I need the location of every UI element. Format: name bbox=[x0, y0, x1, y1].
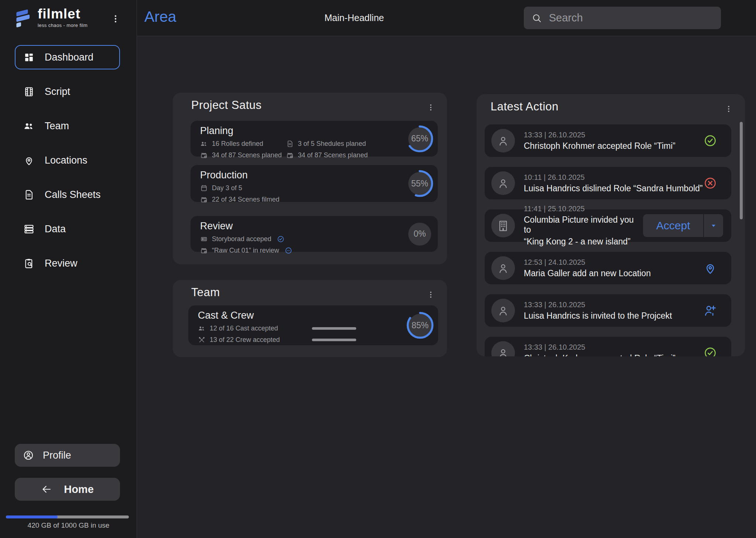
action-text-block: 10:11 | 26.10.2025 Luisa Handrics dislin… bbox=[524, 173, 703, 193]
progress-ring: 65% bbox=[405, 124, 434, 153]
action-row: 12:53 | 24.10.2025 Maria Galler add an n… bbox=[485, 252, 731, 284]
accept-button[interactable]: Accept bbox=[643, 214, 704, 237]
accept-split-button: Accept bbox=[643, 214, 723, 237]
action-text: Columbia Picture invided you to bbox=[524, 215, 643, 235]
person-avatar bbox=[491, 171, 515, 195]
pin-icon bbox=[703, 261, 717, 275]
action-text-block: 13:33 | 26.10.2025 Christoph Krohmer acc… bbox=[524, 343, 676, 357]
status-stat: 3 of 5 Shedules planed bbox=[286, 140, 368, 148]
action-text: Luisa Handrics is invited to the Projcek… bbox=[524, 311, 672, 321]
action-text: Christoph Krohmer accepted Role “Timi” bbox=[524, 353, 676, 357]
latest-action-card: Latest Action 13:33 | 26.10.2025 Christo… bbox=[477, 94, 745, 356]
profile-icon bbox=[23, 450, 34, 461]
team-progress-bar bbox=[312, 339, 356, 341]
profile-button[interactable]: Profile bbox=[15, 444, 120, 467]
page-headline: Main-Headline bbox=[324, 13, 384, 23]
team-kebab-icon[interactable] bbox=[426, 290, 435, 301]
action-row: 13:33 | 26.10.2025 Christoph Krohmer acc… bbox=[485, 124, 731, 157]
hamburger-menu-icon[interactable] bbox=[733, 12, 747, 24]
status-tile-production: Production Day 3 of 5 22 of 34 Scenes fi… bbox=[190, 165, 438, 202]
filmlet-logo-icon bbox=[15, 7, 32, 29]
sidebar-item-dashboard[interactable]: Dashboard bbox=[15, 45, 120, 69]
search-icon bbox=[531, 13, 542, 24]
latest-action-kebab-icon[interactable] bbox=[724, 104, 733, 116]
team-title: Team bbox=[191, 286, 220, 299]
film-icon bbox=[23, 86, 35, 97]
sidebar-item-label: Review bbox=[45, 258, 78, 269]
topbar: Area Main-Headline bbox=[137, 0, 756, 36]
progress-ring-label: 65% bbox=[405, 124, 434, 153]
team-tile-title: Cast & Crew bbox=[198, 310, 254, 321]
sidebar-item-calls-sheets[interactable]: Calls Sheets bbox=[15, 182, 120, 207]
status-stat: Storyborad acceped bbox=[200, 235, 292, 243]
accept-dropdown-button[interactable] bbox=[703, 214, 723, 237]
action-timestamp: 11:41 | 25.10.2025 bbox=[524, 205, 643, 213]
home-label: Home bbox=[64, 483, 94, 496]
home-button[interactable]: Home bbox=[15, 478, 120, 501]
status-stat-text: Storyborad acceped bbox=[212, 235, 271, 243]
action-timestamp: 13:33 | 26.10.2025 bbox=[524, 301, 672, 309]
action-text-block: 13:33 | 26.10.2025 Luisa Handrics is inv… bbox=[524, 301, 672, 321]
action-text-block: 12:53 | 24.10.2025 Maria Galler add an n… bbox=[524, 258, 651, 278]
progress-ring: 0% bbox=[405, 220, 434, 249]
action-text: “King Kong 2 - a new island” bbox=[524, 237, 643, 247]
calendar-icon bbox=[200, 184, 208, 192]
clapper-icon bbox=[286, 151, 294, 159]
action-text-block: 11:41 | 25.10.2025 Columbia Picture invi… bbox=[524, 205, 643, 247]
sidebar-item-review[interactable]: Review bbox=[15, 251, 120, 275]
status-stat-text: “Raw Cut 01” in review bbox=[212, 247, 279, 254]
scrollbar[interactable] bbox=[740, 122, 743, 219]
people-icon bbox=[23, 120, 35, 132]
person-plus-icon bbox=[703, 304, 717, 318]
status-stat: 22 of 34 Scenes filmed bbox=[200, 196, 279, 203]
sidebar-item-data[interactable]: Data bbox=[15, 217, 120, 241]
sidebar: filmlet less chaos - more film Dashboard… bbox=[0, 0, 137, 538]
clapper-icon bbox=[200, 247, 208, 254]
x-circle-icon bbox=[703, 176, 717, 190]
sidebar-item-label: Calls Sheets bbox=[45, 189, 101, 201]
storage-bar-fill bbox=[6, 515, 58, 518]
status-stat: 16 Rolles defined bbox=[200, 140, 286, 148]
status-tile-title: Planing bbox=[200, 125, 233, 137]
area-label: Area bbox=[144, 8, 176, 25]
action-row: 11:41 | 25.10.2025 Columbia Picture invi… bbox=[485, 209, 731, 242]
action-text: Luisa Handrics dislined Role “Sandra Hum… bbox=[524, 184, 703, 193]
team-card: Team Cast & Crew 12 of 16 Cast accepted … bbox=[173, 280, 447, 357]
app-name: filmlet bbox=[38, 7, 87, 22]
pending-circle-icon bbox=[285, 247, 292, 254]
action-timestamp: 12:53 | 24.10.2025 bbox=[524, 258, 651, 267]
dashboard-icon bbox=[23, 52, 35, 63]
project-status-kebab-icon[interactable] bbox=[426, 103, 435, 114]
status-stat: 34 of 87 Scenes planed bbox=[286, 151, 368, 159]
search-input[interactable] bbox=[549, 12, 714, 24]
progress-ring-label: 55% bbox=[405, 169, 434, 198]
status-stat-text: 34 of 87 Scenes planed bbox=[298, 151, 368, 159]
sidebar-nav: Dashboard Script Team Locations Calls Sh… bbox=[15, 45, 120, 285]
sidebar-item-team[interactable]: Team bbox=[15, 114, 120, 138]
status-tile-title: Review bbox=[200, 220, 233, 232]
sidebar-item-label: Locations bbox=[45, 155, 87, 166]
status-stat-text: 34 of 87 Scenes planed bbox=[212, 151, 282, 159]
people-icon bbox=[198, 325, 206, 332]
clapper-icon bbox=[200, 151, 208, 159]
sidebar-menu-kebab-icon[interactable] bbox=[111, 14, 120, 27]
status-tile-title: Production bbox=[200, 169, 248, 181]
action-row: 13:33 | 26.10.2025 Luisa Handrics is inv… bbox=[485, 294, 731, 327]
storage-bar bbox=[6, 515, 129, 518]
sidebar-item-script[interactable]: Script bbox=[15, 79, 120, 104]
sidebar-item-locations[interactable]: Locations bbox=[15, 148, 120, 172]
action-row: 10:11 | 26.10.2025 Luisa Handrics dislin… bbox=[485, 167, 731, 199]
data-icon bbox=[23, 223, 35, 235]
status-stat-text: Day 3 of 5 bbox=[212, 184, 242, 192]
person-avatar bbox=[491, 299, 515, 322]
action-timestamp: 10:11 | 26.10.2025 bbox=[524, 173, 703, 182]
check-circle-icon bbox=[277, 235, 285, 243]
progress-ring: 85% bbox=[406, 311, 434, 340]
review-icon bbox=[23, 258, 35, 269]
people-icon bbox=[200, 140, 208, 148]
project-status-title: Project Satus bbox=[191, 99, 262, 112]
status-stat-text: 3 of 5 Shedules planed bbox=[298, 140, 366, 148]
caret-down-icon bbox=[709, 221, 718, 230]
status-stat-text: 16 Rolles defined bbox=[212, 140, 263, 148]
storyboard-icon bbox=[200, 235, 208, 243]
